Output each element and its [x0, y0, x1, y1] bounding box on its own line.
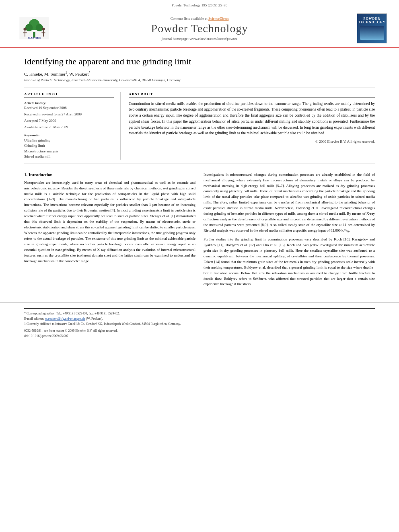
revised-date: Received in revised form 27 April 2009 [24, 112, 114, 116]
license-note: 0032-5910/$ – see front matter © 2009 El… [24, 329, 375, 334]
banner-logo-area: ELSEVIER [12, 17, 56, 39]
online-date: Available online 20 May 2009 [24, 125, 114, 129]
keywords-label: Keywords: [24, 133, 114, 137]
sciencedirect-link[interactable]: ScienceDirect [208, 16, 228, 21]
section1-right-para2: Further studies into the grinding limit … [204, 237, 375, 287]
journal-banner: ELSEVIER Contents lists available at Sci… [0, 9, 399, 48]
journal-citation: Powder Technology 195 (2009) 25–30 [172, 3, 228, 7]
svg-text:ELSEVIER: ELSEVIER [28, 36, 41, 39]
journal-header: Powder Technology 195 (2009) 25–30 [0, 0, 399, 9]
section1-title: 1. Introduction [24, 172, 195, 177]
copyright-line: © 2009 Elsevier B.V. All rights reserved… [129, 140, 375, 144]
keywords-section: Keywords: Ultrafine grinding Grinding li… [24, 133, 114, 160]
journal-title: Powder Technology [56, 22, 343, 35]
affiliation: Institute of Particle Technology, Friedr… [24, 78, 375, 82]
keyword-3: Microstructure analysis [24, 149, 114, 154]
svg-point-8 [42, 28, 45, 31]
abstract-text: Comminution in stirred media mills enabl… [129, 101, 375, 136]
footer-note: * Corresponding author. Tel.: +49 9131 8… [24, 311, 375, 339]
keyword-2: Grinding limit [24, 143, 114, 149]
article-info-heading: Article Info [24, 92, 114, 98]
body-columns: 1. Introduction Nanoparticles are increa… [24, 172, 375, 291]
svg-point-5 [23, 28, 26, 31]
email-note: E-mail address: w.peukert@lfg.uni-erlang… [24, 316, 375, 322]
article-meta: Article Info Article history: Received 1… [24, 88, 375, 164]
section1-para1: Nanoparticles are increasingly used in m… [24, 180, 195, 264]
corresponding-note: * Corresponding author. Tel.: +49 9131 8… [24, 311, 375, 316]
body-left-column: 1. Introduction Nanoparticles are increa… [24, 172, 195, 291]
authors-names: C. Knieke, M. Sommer1, W. Peukert* [24, 72, 90, 76]
email-link[interactable]: w.peukert@lfg.uni-erlangen.de [45, 317, 85, 320]
footer-divider [24, 308, 375, 309]
elsevier-logo: ELSEVIER [12, 17, 56, 39]
keyword-1: Ultrafine grinding [24, 138, 114, 144]
body-right-column: Investigations in microstructural change… [204, 172, 375, 291]
article-title: Identifying the apparent and true grindi… [24, 56, 375, 67]
journal-homepage: journal homepage: www.elsevier.com/locat… [56, 37, 343, 41]
doi-line: doi:10.1016/j.powtec.2009.05.007 [24, 334, 375, 339]
abstract-section: Abstract Comminution in stirred media mi… [129, 92, 375, 160]
banner-right: POWDER TECHNOLOGY [343, 13, 387, 43]
keyword-4: Stirred media mill [24, 154, 114, 160]
thumbnail-title2: TECHNOLOGY [358, 21, 385, 24]
article-info-panel: Article Info Article history: Received 1… [24, 92, 121, 160]
svg-point-4 [36, 24, 43, 31]
journal-thumbnail: POWDER TECHNOLOGY [357, 13, 387, 43]
banner-center: Contents lists available at ScienceDirec… [56, 16, 343, 41]
svg-point-3 [25, 24, 33, 31]
received-date: Received 19 September 2008 [24, 106, 114, 110]
main-content: Identifying the apparent and true grindi… [0, 48, 399, 298]
affil-note: 1 Currently affiliated to Infraserv GmbH… [24, 322, 375, 327]
page-footer: * Corresponding author. Tel.: +49 9131 8… [0, 302, 399, 342]
sciencedirect-line: Contents lists available at ScienceDirec… [56, 16, 343, 21]
elsevier-tree-svg: ELSEVIER [18, 17, 50, 39]
thumbnail-title1: POWDER [364, 17, 380, 21]
accepted-date: Accepted 7 May 2009 [24, 119, 114, 123]
section1-right-para1: Investigations in microstructural change… [204, 172, 375, 234]
abstract-heading: Abstract [129, 92, 375, 98]
history-label: Article history: [24, 101, 114, 105]
authors-line: C. Knieke, M. Sommer1, W. Peukert* [24, 71, 375, 76]
